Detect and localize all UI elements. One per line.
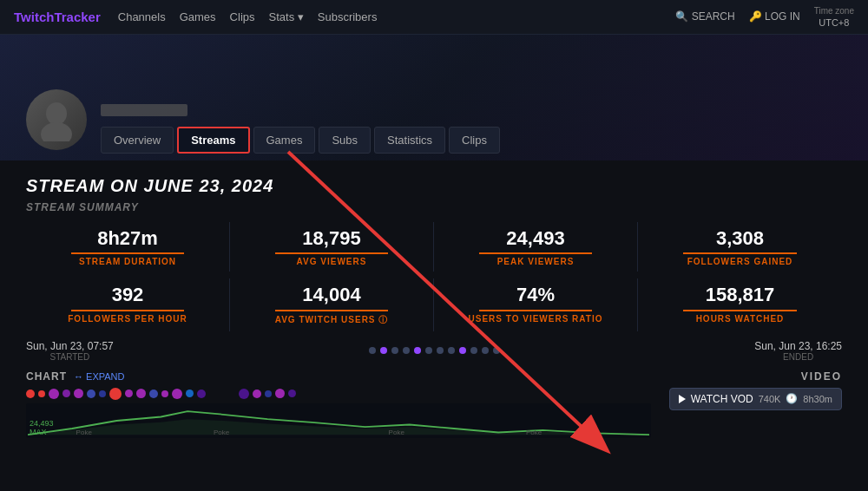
vod-views: 740K xyxy=(759,394,781,404)
login-button[interactable]: 🔑 LOG IN xyxy=(749,10,800,23)
dot-2 xyxy=(380,347,387,354)
bottom-row: CHART ↔ EXPAND xyxy=(26,370,842,438)
tab-games[interactable]: Games xyxy=(253,127,316,154)
timeline-start: Sun, Jun 23, 07:57 STARTED xyxy=(26,340,114,362)
tab-subs[interactable]: Subs xyxy=(319,127,371,154)
chart-header: CHART ↔ EXPAND xyxy=(26,370,651,383)
video-section: VIDEO WATCH VOD 740K 🕐 8h30m xyxy=(651,370,842,410)
chart-dot-blue-5 xyxy=(265,390,272,397)
expand-link[interactable]: ↔ EXPAND xyxy=(74,371,124,382)
profile-header: Overview Streams Games Subs Statistics C… xyxy=(0,35,868,160)
chart-label-1: Poke xyxy=(76,429,92,436)
chart-dot-purple-8 xyxy=(197,390,206,398)
chart-dot-blue-1 xyxy=(87,390,95,398)
nav-right: 🔍 SEARCH 🔑 LOG IN Time zone UTC+8 xyxy=(675,5,854,29)
chart-svg xyxy=(28,405,649,436)
dot-4 xyxy=(403,347,410,354)
chart-title: CHART xyxy=(26,370,67,383)
chart-dot-blue-2 xyxy=(99,390,106,397)
stat-avg-twitch-users: 14,004 AVG TWITCH USERS ⓘ xyxy=(230,278,434,331)
timeline-end: Sun, Jun 23, 16:25 ENDED xyxy=(754,340,842,362)
stat-uvr-label: USERS TO VIEWERS RATIO xyxy=(441,314,630,324)
timezone-display: Time zone UTC+8 xyxy=(814,5,854,29)
stat-peak-viewers: 24,493 PEAK VIEWERS xyxy=(434,222,638,272)
tab-clips[interactable]: Clips xyxy=(449,127,500,154)
chart-label-4: Poke xyxy=(526,429,542,436)
timeline-start-label: STARTED xyxy=(26,352,114,362)
stat-divider-1 xyxy=(71,252,185,254)
chart-dot-purple-6 xyxy=(161,390,168,397)
nav-clips[interactable]: Clips xyxy=(230,10,255,23)
stat-followers-gained-value: 3,308 xyxy=(645,227,835,250)
tab-statistics[interactable]: Statistics xyxy=(374,127,445,154)
stats-grid-row2: 392 FOLLOWERS PER HOUR 14,004 AVG TWITCH… xyxy=(26,278,842,331)
chart-dot-red-2 xyxy=(38,390,45,397)
avatar xyxy=(26,89,87,150)
watch-vod-button[interactable]: WATCH VOD 740K 🕐 8h30m xyxy=(669,388,842,410)
svg-point-1 xyxy=(41,122,72,141)
chart-dot-purple-1 xyxy=(49,389,59,399)
tab-overview[interactable]: Overview xyxy=(101,127,174,154)
stat-duration: 8h27m STREAM DURATION xyxy=(26,222,230,272)
nav-stats[interactable]: Stats ▾ xyxy=(269,10,304,23)
dot-12 xyxy=(493,347,500,354)
vod-duration: 8h30m xyxy=(803,394,832,404)
chart-dot-blue-3 xyxy=(149,390,158,398)
stat-duration-label: STREAM DURATION xyxy=(33,257,222,266)
timezone-label: Time zone xyxy=(814,5,854,16)
stat-fph-value: 392 xyxy=(33,284,222,306)
stat-avg-viewers-value: 18,795 xyxy=(237,227,426,250)
profile-tabs: Overview Streams Games Subs Statistics C… xyxy=(101,127,842,154)
video-label: VIDEO xyxy=(668,370,842,383)
dot-7 xyxy=(437,347,444,354)
stream-title: STREAM ON JUNE 23, 2024 xyxy=(26,176,842,196)
dot-3 xyxy=(391,347,398,354)
stats-grid-row1: 8h27m STREAM DURATION 18,795 AVG VIEWERS… xyxy=(26,222,842,272)
stat-atu-value: 14,004 xyxy=(237,284,426,306)
nav-subscribers[interactable]: Subscribers xyxy=(318,10,378,23)
dot-8 xyxy=(448,347,455,354)
stat-duration-value: 8h27m xyxy=(33,227,222,250)
chart-dot-purple-3 xyxy=(74,389,83,398)
stat-fph-label: FOLLOWERS PER HOUR xyxy=(33,314,222,324)
profile-content: Overview Streams Games Subs Statistics C… xyxy=(26,89,842,160)
clock-icon: 🕐 xyxy=(786,393,798,404)
stat-followers-per-hour: 392 FOLLOWERS PER HOUR xyxy=(26,278,230,331)
stat-divider-2 xyxy=(275,252,389,254)
nav-games[interactable]: Games xyxy=(180,10,216,23)
chart-dot-purple-9 xyxy=(239,389,249,399)
timeline-start-value: Sun, Jun 23, 07:57 xyxy=(26,340,114,352)
timeline-dots xyxy=(122,347,746,354)
stat-hw-value: 158,817 xyxy=(645,284,835,306)
chart-dot-purple-11 xyxy=(275,389,285,398)
timezone-value: UTC+8 xyxy=(814,16,854,29)
chart-dot-red-3 xyxy=(109,388,122,400)
dot-6 xyxy=(425,347,432,354)
chart-dot-purple-4 xyxy=(125,390,133,397)
chart-max-value: 24,493 xyxy=(30,419,54,428)
brand-text: TwitchTracker xyxy=(14,10,101,24)
profile-name-bar xyxy=(101,104,187,116)
dot-9 xyxy=(459,347,466,354)
nav-channels[interactable]: Channels xyxy=(118,10,166,23)
dot-10 xyxy=(470,347,477,354)
dot-1 xyxy=(369,347,376,354)
watch-vod-label: WATCH VOD xyxy=(691,393,753,405)
stat-divider-7 xyxy=(479,310,593,311)
chart-max-label: MAX xyxy=(30,428,47,436)
tab-streams[interactable]: Streams xyxy=(177,127,249,154)
stat-avg-viewers-label: AVG VIEWERS xyxy=(237,257,426,266)
brand-logo[interactable]: TwitchTracker xyxy=(14,10,101,24)
svg-point-0 xyxy=(46,102,67,125)
timeline-end-label: ENDED xyxy=(754,352,842,362)
chart-dot-red-1 xyxy=(26,390,35,398)
stat-divider-5 xyxy=(71,310,185,311)
stream-timeline: Sun, Jun 23, 07:57 STARTED Sun, Jun 23, … xyxy=(26,340,842,362)
search-button[interactable]: 🔍 SEARCH xyxy=(675,10,734,23)
nav-links: Channels Games Clips Stats ▾ Subscribers xyxy=(118,10,659,23)
stat-avg-viewers: 18,795 AVG VIEWERS xyxy=(230,222,434,272)
stat-uvr: 74% USERS TO VIEWERS RATIO xyxy=(434,278,638,331)
avatar-inner xyxy=(26,89,87,150)
stat-followers-gained: 3,308 FOLLOWERS GAINED xyxy=(638,222,842,272)
dot-11 xyxy=(482,347,489,354)
